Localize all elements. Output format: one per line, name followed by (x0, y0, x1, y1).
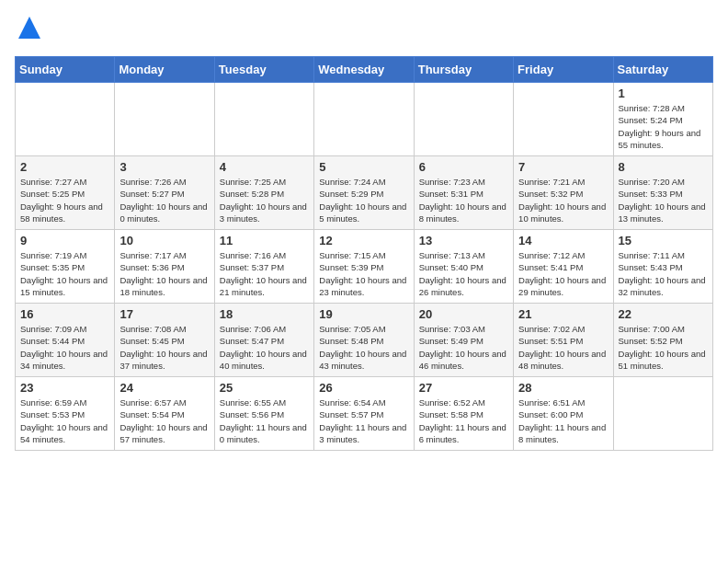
calendar-cell: 25Sunrise: 6:55 AM Sunset: 5:56 PM Dayli… (214, 377, 313, 451)
calendar-cell (613, 377, 712, 451)
logo (15, 15, 42, 45)
day-number: 12 (319, 234, 408, 247)
day-number: 14 (518, 234, 608, 247)
day-number: 19 (319, 307, 408, 321)
day-number: 18 (220, 307, 309, 321)
day-info: Sunrise: 7:12 AM Sunset: 5:41 PM Dayligh… (518, 249, 608, 298)
logo-text (15, 15, 42, 45)
day-info: Sunrise: 7:09 AM Sunset: 5:44 PM Dayligh… (20, 323, 109, 372)
day-number: 22 (619, 307, 708, 321)
day-info: Sunrise: 7:13 AM Sunset: 5:40 PM Dayligh… (419, 249, 508, 298)
day-number: 4 (220, 160, 309, 174)
calendar-cell: 26Sunrise: 6:54 AM Sunset: 5:57 PM Dayli… (314, 377, 414, 451)
column-header-friday: Friday (514, 57, 613, 83)
calendar-week-row: 16Sunrise: 7:09 AM Sunset: 5:44 PM Dayli… (16, 304, 713, 377)
day-info: Sunrise: 6:55 AM Sunset: 5:56 PM Dayligh… (220, 396, 309, 445)
day-number: 6 (419, 160, 508, 174)
calendar-header-row: SundayMondayTuesdayWednesdayThursdayFrid… (16, 57, 713, 83)
day-info: Sunrise: 7:17 AM Sunset: 5:36 PM Dayligh… (119, 249, 209, 298)
svg-marker-0 (18, 17, 40, 39)
calendar-cell: 17Sunrise: 7:08 AM Sunset: 5:45 PM Dayli… (115, 304, 214, 377)
calendar-cell: 21Sunrise: 7:02 AM Sunset: 5:51 PM Dayli… (514, 304, 613, 377)
day-info: Sunrise: 7:06 AM Sunset: 5:47 PM Dayligh… (220, 323, 309, 372)
calendar-cell: 11Sunrise: 7:16 AM Sunset: 5:37 PM Dayli… (214, 230, 313, 304)
day-info: Sunrise: 7:19 AM Sunset: 5:35 PM Dayligh… (20, 249, 109, 298)
day-number: 5 (319, 160, 408, 174)
column-header-thursday: Thursday (414, 57, 513, 83)
day-info: Sunrise: 7:11 AM Sunset: 5:43 PM Dayligh… (619, 249, 708, 298)
calendar-week-row: 9Sunrise: 7:19 AM Sunset: 5:35 PM Daylig… (16, 230, 713, 304)
page-header (15, 15, 713, 45)
day-number: 7 (518, 160, 608, 174)
day-number: 16 (20, 307, 109, 321)
day-info: Sunrise: 7:15 AM Sunset: 5:39 PM Dayligh… (319, 249, 408, 298)
calendar-cell (314, 83, 414, 156)
day-number: 17 (119, 307, 209, 321)
column-header-wednesday: Wednesday (314, 57, 414, 83)
calendar-cell: 9Sunrise: 7:19 AM Sunset: 5:35 PM Daylig… (16, 230, 115, 304)
calendar-cell: 2Sunrise: 7:27 AM Sunset: 5:25 PM Daylig… (16, 156, 115, 230)
calendar-week-row: 1Sunrise: 7:28 AM Sunset: 5:24 PM Daylig… (16, 83, 713, 156)
calendar-week-row: 23Sunrise: 6:59 AM Sunset: 5:53 PM Dayli… (16, 377, 713, 451)
calendar-week-row: 2Sunrise: 7:27 AM Sunset: 5:25 PM Daylig… (16, 156, 713, 230)
calendar-cell: 12Sunrise: 7:15 AM Sunset: 5:39 PM Dayli… (314, 230, 414, 304)
column-header-saturday: Saturday (613, 57, 712, 83)
day-number: 15 (619, 234, 708, 247)
day-number: 27 (419, 381, 508, 395)
day-info: Sunrise: 6:52 AM Sunset: 5:58 PM Dayligh… (419, 396, 508, 445)
calendar-cell: 27Sunrise: 6:52 AM Sunset: 5:58 PM Dayli… (414, 377, 513, 451)
calendar-cell (414, 83, 513, 156)
day-info: Sunrise: 6:54 AM Sunset: 5:57 PM Dayligh… (319, 396, 408, 445)
day-info: Sunrise: 7:20 AM Sunset: 5:33 PM Dayligh… (619, 176, 708, 224)
calendar-cell: 23Sunrise: 6:59 AM Sunset: 5:53 PM Dayli… (16, 377, 115, 451)
day-info: Sunrise: 7:28 AM Sunset: 5:24 PM Dayligh… (619, 102, 708, 151)
logo-icon (17, 15, 42, 40)
calendar-cell: 7Sunrise: 7:21 AM Sunset: 5:32 PM Daylig… (514, 156, 613, 230)
column-header-monday: Monday (115, 57, 214, 83)
day-number: 23 (20, 381, 109, 395)
day-number: 11 (220, 234, 309, 247)
day-info: Sunrise: 7:27 AM Sunset: 5:25 PM Dayligh… (20, 176, 109, 224)
day-number: 3 (119, 160, 209, 174)
day-info: Sunrise: 6:51 AM Sunset: 6:00 PM Dayligh… (518, 396, 608, 445)
calendar-cell (16, 83, 115, 156)
calendar-cell: 8Sunrise: 7:20 AM Sunset: 5:33 PM Daylig… (613, 156, 712, 230)
day-number: 20 (419, 307, 508, 321)
day-number: 28 (518, 381, 608, 395)
day-info: Sunrise: 7:16 AM Sunset: 5:37 PM Dayligh… (220, 249, 309, 298)
calendar-cell: 10Sunrise: 7:17 AM Sunset: 5:36 PM Dayli… (115, 230, 214, 304)
calendar-cell (514, 83, 613, 156)
calendar-cell: 22Sunrise: 7:00 AM Sunset: 5:52 PM Dayli… (613, 304, 712, 377)
day-info: Sunrise: 7:08 AM Sunset: 5:45 PM Dayligh… (119, 323, 209, 372)
calendar-cell: 3Sunrise: 7:26 AM Sunset: 5:27 PM Daylig… (115, 156, 214, 230)
calendar-cell: 14Sunrise: 7:12 AM Sunset: 5:41 PM Dayli… (514, 230, 613, 304)
day-info: Sunrise: 6:59 AM Sunset: 5:53 PM Dayligh… (20, 396, 109, 445)
day-number: 24 (119, 381, 209, 395)
day-info: Sunrise: 7:24 AM Sunset: 5:29 PM Dayligh… (319, 176, 408, 224)
day-number: 13 (419, 234, 508, 247)
calendar-cell: 16Sunrise: 7:09 AM Sunset: 5:44 PM Dayli… (16, 304, 115, 377)
day-info: Sunrise: 6:57 AM Sunset: 5:54 PM Dayligh… (119, 396, 209, 445)
calendar-cell (115, 83, 214, 156)
calendar-table: SundayMondayTuesdayWednesdayThursdayFrid… (15, 56, 713, 451)
day-info: Sunrise: 7:23 AM Sunset: 5:31 PM Dayligh… (419, 176, 508, 224)
calendar-cell: 18Sunrise: 7:06 AM Sunset: 5:47 PM Dayli… (214, 304, 313, 377)
day-number: 2 (20, 160, 109, 174)
day-info: Sunrise: 7:00 AM Sunset: 5:52 PM Dayligh… (619, 323, 708, 372)
day-number: 25 (220, 381, 309, 395)
day-number: 26 (319, 381, 408, 395)
day-number: 21 (518, 307, 608, 321)
column-header-tuesday: Tuesday (214, 57, 313, 83)
calendar-cell: 1Sunrise: 7:28 AM Sunset: 5:24 PM Daylig… (613, 83, 712, 156)
day-info: Sunrise: 7:26 AM Sunset: 5:27 PM Dayligh… (119, 176, 209, 224)
calendar-cell: 20Sunrise: 7:03 AM Sunset: 5:49 PM Dayli… (414, 304, 513, 377)
calendar-cell: 5Sunrise: 7:24 AM Sunset: 5:29 PM Daylig… (314, 156, 414, 230)
calendar-cell: 6Sunrise: 7:23 AM Sunset: 5:31 PM Daylig… (414, 156, 513, 230)
calendar-cell (214, 83, 313, 156)
day-info: Sunrise: 7:05 AM Sunset: 5:48 PM Dayligh… (319, 323, 408, 372)
calendar-cell: 4Sunrise: 7:25 AM Sunset: 5:28 PM Daylig… (214, 156, 313, 230)
day-number: 9 (20, 234, 109, 247)
day-info: Sunrise: 7:03 AM Sunset: 5:49 PM Dayligh… (419, 323, 508, 372)
day-info: Sunrise: 7:21 AM Sunset: 5:32 PM Dayligh… (518, 176, 608, 224)
day-number: 8 (619, 160, 708, 174)
